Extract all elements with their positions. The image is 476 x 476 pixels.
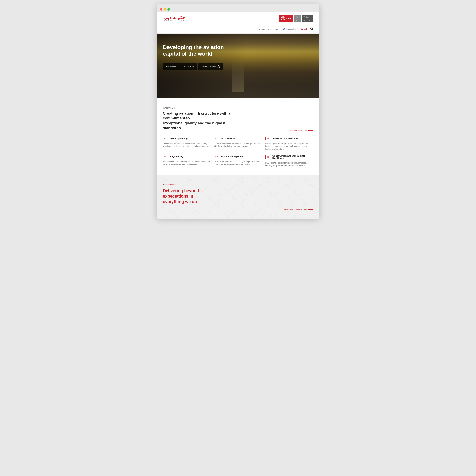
service-title: Project Management (221, 155, 244, 158)
service-number: 02 (214, 137, 219, 140)
service-num-row: 01 Master-planning (163, 137, 211, 140)
minimize-dot[interactable] (164, 8, 166, 11)
play-icon: ▶ (217, 65, 220, 68)
logo-english: GOVERNMENT OF DUBAI (163, 20, 187, 21)
service-num-row: 02 Architecture (214, 137, 262, 140)
how-footer-row: Learn About How We Work (163, 209, 313, 211)
daep-label: DAEP (286, 17, 291, 19)
section-heading: Creating aviation infrastructure with a … (163, 111, 242, 131)
service-item: 01 Master-planning Our master plans are … (163, 137, 211, 150)
service-item: 02 Architecture Futuristic and flexible,… (214, 137, 262, 150)
daep-sub2: DUBAI AVIATION ENGINEERING PROJECTS (302, 15, 313, 22)
browser-window: حكومة دبي GOVERNMENT OF DUBAI DAEP دائرة… (157, 4, 319, 219)
service-item: 06 Construction and Operational Readines… (265, 155, 313, 167)
service-desc: Utilising digital technology and artific… (265, 142, 313, 150)
service-number: 04 (163, 155, 168, 158)
browser-chrome (157, 4, 319, 12)
what-we-do-label: What We Do (163, 107, 313, 109)
hero-buttons: Our Airports Who We Are Watch Our Story … (163, 63, 313, 71)
service-num-row: 04 Engineering (163, 155, 211, 158)
explore-arrow-icon (308, 130, 313, 131)
service-title: Architecture (221, 137, 235, 140)
vendor-zone-link[interactable]: Vendor Zone (259, 28, 271, 30)
how-we-work-section: How We Work Delivering beyond expectatio… (157, 175, 319, 219)
service-num-row: 03 Smart Airport Solutions (265, 137, 313, 140)
services-grid: 01 Master-planning Our master plans are … (163, 137, 313, 167)
maximize-dot[interactable] (168, 8, 170, 11)
scroll-indicator[interactable]: ↓ (237, 91, 239, 95)
hero-content: Developing the aviation capital of the w… (157, 34, 319, 74)
learn-arrow-icon (308, 210, 313, 210)
service-desc: Our master plans are set to define the f… (163, 142, 211, 148)
site-header: حكومة دبي GOVERNMENT OF DUBAI DAEP دائرة… (157, 12, 319, 25)
daep-badge[interactable]: DAEP (279, 15, 293, 22)
what-we-do-section: What We Do Creating aviation infrastruct… (157, 98, 319, 175)
service-number: 05 (214, 155, 219, 158)
svg-line-2 (312, 29, 313, 30)
service-desc: With state-of-the-art technology and inn… (163, 160, 211, 166)
accessibility-label: Accessibility (286, 28, 298, 30)
nav-right: Vendor Zone Login ♿ Accessibility العربي… (259, 27, 313, 31)
daep-icon (281, 16, 285, 20)
accessibility-icon: ♿ (282, 28, 285, 31)
hero-section: Developing the aviation capital of the w… (157, 34, 319, 98)
how-we-work-heading: Delivering beyond expectations in everyt… (163, 188, 225, 204)
service-title: Smart Airport Solutions (272, 137, 298, 140)
service-desc: DAEP follows a series of processes for e… (265, 162, 313, 167)
search-icon[interactable] (310, 27, 313, 31)
hero-title: Developing the aviation capital of the w… (163, 44, 230, 57)
service-number: 03 (265, 137, 270, 140)
service-title: Engineering (170, 155, 183, 158)
logo-right: DAEP دائرة المطارات الذكية بدبي DUBAI AV… (279, 15, 313, 22)
service-title: Master-planning (170, 137, 188, 140)
service-title: Construction and Operational Readiness (272, 155, 313, 159)
daep-sub1: دائرة المطارات الذكية بدبي (294, 15, 301, 22)
service-item: 04 Engineering With state-of-the-art tec… (163, 155, 211, 167)
our-airports-button[interactable]: Our Airports (163, 63, 180, 71)
arabic-link[interactable]: العربية (301, 28, 307, 31)
service-item: 03 Smart Airport Solutions Utilising dig… (265, 137, 313, 150)
section-header-row: Creating aviation infrastructure with a … (163, 111, 313, 132)
watch-story-button[interactable]: Watch Our Story ▶ (198, 63, 223, 71)
service-desc: Futuristic and flexible, our architectur… (214, 142, 262, 148)
service-item: 05 Project Management With efficient and… (214, 155, 262, 167)
how-we-work-label: How We Work (163, 184, 313, 186)
close-dot[interactable] (160, 8, 162, 11)
explore-link[interactable]: Explore What We Do (289, 129, 313, 132)
who-we-are-button[interactable]: Who We Are (180, 63, 198, 71)
logo-area: حكومة دبي GOVERNMENT OF DUBAI (163, 16, 187, 21)
accessibility-button[interactable]: ♿ Accessibility (282, 28, 298, 31)
logo-arabic: حكومة دبي (163, 16, 187, 20)
service-number: 06 (265, 155, 270, 159)
learn-link[interactable]: Learn About How We Work (284, 209, 313, 211)
logo-text: حكومة دبي GOVERNMENT OF DUBAI (163, 16, 187, 21)
hamburger-icon[interactable]: ☰ (163, 27, 166, 31)
service-desc: With efficient and tailor-made managemen… (214, 160, 262, 166)
service-num-row: 06 Construction and Operational Readines… (265, 155, 313, 159)
svg-point-1 (311, 28, 313, 30)
site-nav: ☰ Vendor Zone Login ♿ Accessibility العر… (157, 25, 319, 34)
login-link[interactable]: Login (274, 28, 279, 30)
service-number: 01 (163, 137, 168, 140)
service-num-row: 05 Project Management (214, 155, 262, 158)
